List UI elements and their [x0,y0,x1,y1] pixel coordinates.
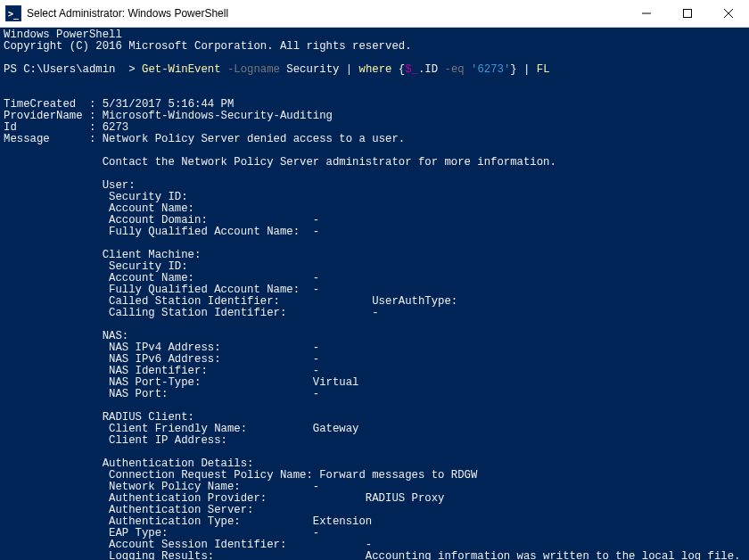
field-provider-value: Microsoft-Windows-Security-Auditing [103,110,333,122]
console-output[interactable]: Windows PowerShell Copyright (C) 2016 Mi… [0,28,749,560]
msg-cm-acctname: Account Name: - [4,272,319,284]
field-message-value: Network Policy Server denied access to a… [103,133,405,145]
pipe-2: | [517,63,537,76]
close-icon [724,9,733,18]
svg-rect-1 [684,10,692,18]
brace-close: } [510,63,516,76]
maximize-button[interactable] [667,0,708,27]
eq-op: -eq [438,63,465,76]
msg-nas-port: NAS Port: - [4,388,319,400]
powershell-window: >_ Select Administrator: Windows PowerSh… [0,0,749,560]
titlebar[interactable]: >_ Select Administrator: Windows PowerSh… [0,0,749,28]
window-controls [626,0,749,27]
msg-cm-fqan: Fully Qualified Account Name: - [4,284,319,296]
param-logname: -Logname [221,63,280,76]
dollar-underscore: $_ [405,63,418,76]
msg-client-friendly: Client Friendly Name: Gateway [4,423,358,435]
header-line1: Windows PowerShell [4,29,122,41]
minimize-icon [642,9,651,18]
msg-nas-ident: NAS Identifier: - [4,365,319,377]
window-title: Select Administrator: Windows PowerShell [27,7,228,20]
msg-log-results: Logging Results: Accounting information … [4,550,741,560]
id-literal: '6273' [465,63,511,76]
msg-acctdomain: Account Domain: - [4,214,319,226]
msg-acctname: Account Name: [4,202,194,215]
msg-fqan: Fully Qualified Account Name: - [4,226,319,238]
field-provider-label: ProviderName : [4,110,103,122]
msg-nas-porttype: NAS Port-Type: Virtual [4,376,358,389]
cmdlet-get-winevent: Get-WinEvent [142,63,221,76]
msg-auth-hdr: Authentication Details: [4,457,253,470]
minimize-button[interactable] [626,0,667,27]
powershell-icon: >_ [5,5,21,21]
msg-nas-ipv6: NAS IPv6 Address: - [4,353,319,366]
prompt-ps: PS [4,63,17,76]
msg-contact: Contact the Network Policy Server admini… [4,156,556,169]
msg-eap-type: EAP Type: - [4,527,319,539]
msg-called-sta: Called Station Identifier: UserAuthType: [4,295,457,308]
msg-net-policy: Network Policy Name: - [4,481,319,493]
arg-security: Security [280,63,339,76]
pipe-1: | [339,63,358,76]
msg-auth-server: Authentication Server: [4,504,253,516]
msg-client-ip: Client IP Address: [4,434,227,447]
prompt-path: C:\Users\admin [23,63,122,76]
header-line2: Copyright (C) 2016 Microsoft Corporation… [4,40,412,53]
msg-acct-sess: Account Session Identifier: - [4,539,372,551]
cmdlet-where: where [359,63,392,76]
msg-radius-hdr: RADIUS Client: [4,411,194,424]
msg-auth-prov: Authentication Provider: RADIUS Proxy [4,492,444,505]
field-timecreated-value: 5/31/2017 5:16:44 PM [103,98,235,111]
msg-auth-type: Authentication Type: Extension [4,515,372,528]
cmdlet-fl: FL [537,63,550,76]
msg-calling-sta: Calling Station Identifier: - [4,307,379,319]
msg-secid: Security ID: [4,191,188,203]
msg-user-hdr: User: [4,179,136,192]
msg-cm-secid: Security ID: [4,260,188,273]
dot-id: .ID [418,63,438,76]
msg-conn-req: Connection Request Policy Name: Forward … [4,469,477,482]
msg-client-hdr: Client Machine: [4,249,201,261]
msg-nas-hdr: NAS: [4,330,128,342]
prompt-gt: > [122,63,142,76]
brace-open: { [391,63,405,76]
msg-nas-ipv4: NAS IPv4 Address: - [4,342,319,354]
close-button[interactable] [708,0,749,27]
field-message-label: Message : [4,133,103,145]
maximize-icon [683,9,692,18]
field-timecreated-label: TimeCreated : [4,98,103,111]
field-id-value: 6273 [103,121,129,134]
field-id-label: Id : [4,121,103,134]
titlebar-left: >_ Select Administrator: Windows PowerSh… [5,5,228,21]
